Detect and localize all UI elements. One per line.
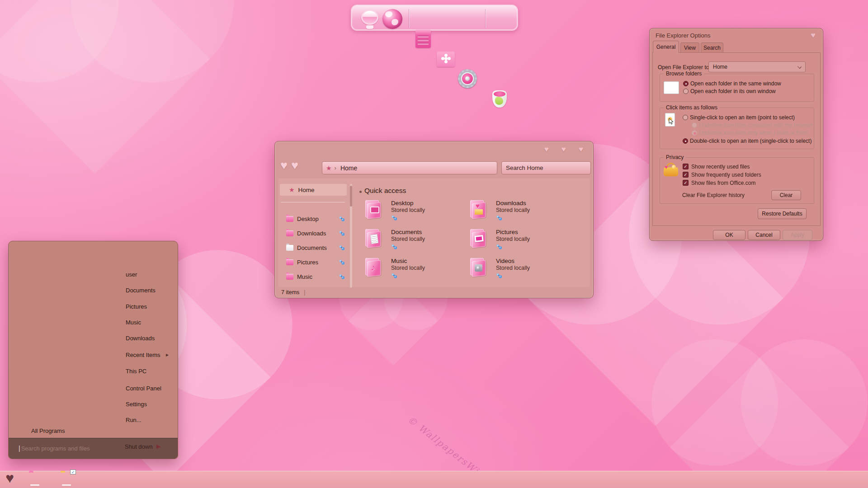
start-menu-item-downloads[interactable]: Downloads: [126, 333, 155, 343]
restore-defaults-button[interactable]: Restore Defaults: [758, 208, 807, 219]
browse-folders-group: Browse folders Open each folder in the s…: [660, 74, 814, 102]
checkbox-frequent-folders[interactable]: ✓: [683, 172, 689, 178]
start-menu-item-this-pc[interactable]: This PC: [126, 366, 146, 376]
radio-label[interactable]: Open each folder in its own window: [690, 88, 776, 94]
shutdown-button[interactable]: Shut down: [125, 443, 152, 450]
status-divider: |: [304, 289, 305, 296]
flower-drive-icon[interactable]: [436, 49, 456, 69]
file-cabinet-icon[interactable]: [413, 29, 433, 49]
checkbox-office-files[interactable]: ✓: [683, 180, 689, 186]
globe-browser-icon[interactable]: [382, 9, 402, 29]
open-to-label: Open File Explorer to:: [658, 64, 711, 70]
start-menu-footer: | Shut down ▶: [9, 438, 178, 459]
start-menu-item-run[interactable]: Run...: [126, 415, 142, 425]
dock-divider: [485, 9, 486, 28]
taskbar-item-sync-folder[interactable]: ✓: [59, 473, 74, 486]
start-menu-item-documents[interactable]: Documents: [126, 285, 156, 295]
explorer-search-box[interactable]: [501, 161, 591, 174]
checkbox-recent-files[interactable]: ✓: [683, 164, 689, 169]
heart-overlay-icon: ♥: [476, 202, 480, 210]
folder-icon: [286, 274, 293, 280]
checkbox-label[interactable]: Show files from Office.com: [691, 180, 756, 186]
clear-button[interactable]: Clear: [771, 190, 801, 200]
tile-pictures[interactable]: Pictures Stored locally: [470, 228, 571, 255]
monitor-screen: [361, 9, 378, 25]
shutdown-options-arrow-icon[interactable]: ▶: [156, 443, 161, 450]
sidebar-item-downloads[interactable]: Downloads: [280, 227, 348, 239]
desktop-overlay-icon: [370, 206, 379, 213]
pin-icon[interactable]: [339, 259, 345, 265]
pictures-overlay-icon: [474, 235, 483, 242]
tile-desktop[interactable]: Desktop Stored locally: [365, 199, 467, 226]
apply-button: Apply: [783, 230, 812, 240]
start-search-input[interactable]: [21, 445, 103, 452]
click-items-group: Click items as follows Single-click to o…: [660, 108, 814, 149]
checkbox-label[interactable]: Show recently used files: [691, 164, 750, 170]
start-menu-item-control-panel[interactable]: Control Panel: [126, 383, 161, 393]
taskbar-item-folder[interactable]: [27, 473, 42, 486]
sidebar-item-music[interactable]: Music: [280, 271, 348, 282]
maximize-button[interactable]: ♥: [561, 145, 566, 154]
section-title: Quick access: [364, 187, 406, 195]
pin-icon[interactable]: [339, 273, 345, 280]
monitor-display-icon[interactable]: [360, 9, 380, 29]
ok-button[interactable]: OK: [713, 230, 745, 240]
radio-double-click[interactable]: [683, 138, 688, 144]
radio-label[interactable]: Single-click to open an item (point to s…: [690, 114, 795, 121]
search-input[interactable]: [502, 162, 590, 174]
gear-settings-icon[interactable]: [458, 69, 477, 89]
sidebar-item-home[interactable]: ★ Home: [280, 184, 347, 196]
start-menu-item-settings[interactable]: Settings: [126, 399, 147, 409]
tab-search[interactable]: Search: [701, 42, 723, 53]
tile-videos[interactable]: Videos Stored locally: [470, 257, 571, 284]
start-button[interactable]: ♥: [5, 470, 14, 487]
pin-icon: [391, 244, 397, 250]
pin-icon: [391, 215, 397, 221]
cancel-button[interactable]: Cancel: [748, 230, 780, 240]
pin-icon[interactable]: [339, 216, 345, 222]
dock: [351, 5, 518, 31]
tile-music[interactable]: ♪ Music Stored locally: [365, 257, 467, 284]
address-bar[interactable]: ★ › Home: [322, 161, 497, 174]
sidebar-item-desktop[interactable]: Desktop: [280, 213, 348, 225]
checkbox-label[interactable]: Show frequently used folders: [691, 172, 761, 178]
pin-icon[interactable]: [339, 230, 345, 236]
radio-single-click[interactable]: [683, 115, 688, 120]
sidebar-item-pictures[interactable]: Pictures: [280, 256, 348, 268]
tab-view[interactable]: View: [680, 42, 699, 53]
window-sample-icon: [664, 81, 679, 94]
downloads-overlay-icon: [475, 209, 483, 215]
tile-downloads[interactable]: ♥ Downloads Stored locally: [470, 199, 571, 226]
minimize-button[interactable]: ♥: [544, 145, 549, 154]
sidebar-item-documents[interactable]: Documents: [280, 242, 348, 253]
radio-own-window[interactable]: [683, 89, 689, 94]
radio-underline-point: [692, 130, 697, 136]
checkbox-overlay-icon: ✓: [70, 469, 76, 474]
sidebar: ★ Home Desktop Downloads: [278, 178, 351, 287]
folder-icon: [365, 199, 384, 219]
documents-overlay-icon: [370, 234, 379, 244]
pin-icon[interactable]: [339, 244, 345, 251]
radio-label[interactable]: Double-click to open an item (single-cli…: [690, 138, 811, 144]
recycle-cup-icon[interactable]: [490, 89, 509, 108]
open-to-dropdown[interactable]: Home: [708, 61, 806, 72]
start-menu-item-user[interactable]: user: [126, 269, 137, 279]
pin-icon: [391, 272, 397, 279]
all-programs-button[interactable]: All Programs: [31, 427, 65, 434]
radio-same-window[interactable]: [683, 81, 689, 86]
quick-access-collapse-icon[interactable]: [359, 191, 362, 193]
chevron-down-icon: [797, 65, 802, 69]
radio-underline-browser: [692, 122, 697, 128]
breadcrumb[interactable]: Home: [340, 164, 357, 172]
back-button[interactable]: ♥: [280, 159, 288, 173]
close-button[interactable]: ♥: [579, 145, 583, 154]
dialog-close-button[interactable]: ♥: [811, 31, 816, 40]
start-search-box[interactable]: |: [19, 443, 109, 453]
wallpaper-heart: [0, 0, 210, 174]
forward-button[interactable]: ♥: [291, 159, 298, 173]
radio-label[interactable]: Open each folder in the same window: [690, 80, 781, 87]
tab-general[interactable]: General: [653, 41, 679, 53]
tile-documents[interactable]: Documents Stored locally: [365, 228, 467, 255]
start-menu-item-music[interactable]: Music: [126, 317, 141, 327]
start-menu-item-pictures[interactable]: Pictures: [126, 301, 147, 311]
